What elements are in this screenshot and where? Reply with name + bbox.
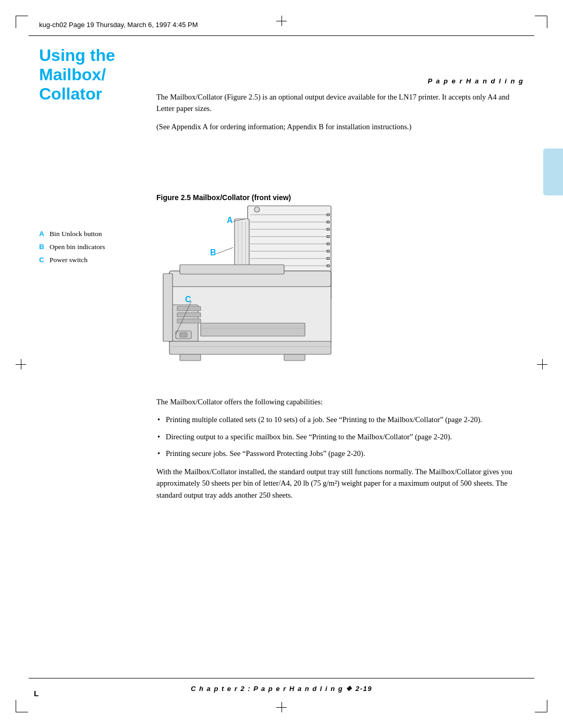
label-letter-b: B bbox=[39, 242, 50, 252]
svg-rect-34 bbox=[177, 313, 201, 317]
label-item-b: B Open bin indicators bbox=[39, 242, 143, 252]
corner-mark-tl bbox=[16, 16, 28, 28]
svg-rect-29 bbox=[180, 265, 284, 274]
capabilities-closing: With the Mailbox/Collator installed, the… bbox=[156, 466, 524, 501]
corner-mark-bl bbox=[16, 700, 28, 712]
figure-caption: Figure 2.5 Mailbox/Collator (front view) bbox=[156, 193, 291, 202]
svg-rect-37 bbox=[180, 332, 187, 337]
center-mark-right bbox=[537, 359, 547, 369]
svg-point-22 bbox=[254, 207, 260, 212]
label-text-c: Power switch bbox=[50, 255, 88, 265]
page-title: Using the Mailbox/ Collator bbox=[39, 46, 151, 103]
footer-text: C h a p t e r 2 : P a p e r H a n d l i … bbox=[0, 685, 563, 693]
bullet-item-1: Directing output to a specific mailbox b… bbox=[166, 431, 524, 442]
center-mark-top bbox=[276, 16, 287, 26]
labels-list: A Bin Unlock button B Open bin indicator… bbox=[39, 229, 143, 268]
svg-rect-42 bbox=[284, 354, 305, 361]
section-header: P a p e r H a n d l i n g bbox=[427, 77, 524, 85]
svg-rect-13 bbox=[327, 214, 329, 216]
svg-line-47 bbox=[216, 248, 233, 254]
label-item-a: A Bin Unlock button bbox=[39, 229, 143, 239]
label-text-b: Open bin indicators bbox=[50, 242, 105, 252]
svg-rect-18 bbox=[327, 250, 329, 252]
svg-rect-19 bbox=[327, 257, 329, 260]
title-line3: Collator bbox=[39, 84, 151, 104]
corner-mark-tr bbox=[535, 16, 547, 28]
header-text: kug-ch02 Page 19 Thursday, March 6, 1997… bbox=[39, 21, 198, 29]
svg-rect-38 bbox=[163, 274, 173, 341]
footer-line bbox=[29, 678, 534, 678]
svg-rect-16 bbox=[327, 236, 329, 238]
label-text-a: Bin Unlock button bbox=[50, 229, 102, 239]
left-column: Using the Mailbox/ Collator bbox=[39, 46, 151, 108]
bullet-item-0: Printing multiple collated sets (2 to 10… bbox=[166, 414, 524, 425]
intro-para1: The Mailbox/Collator (Figure 2.5) is an … bbox=[156, 91, 524, 115]
svg-rect-41 bbox=[180, 354, 201, 361]
figure-illustration: A B C bbox=[154, 203, 352, 370]
label-item-c: C Power switch bbox=[39, 255, 143, 265]
svg-rect-35 bbox=[177, 319, 201, 323]
svg-text:A: A bbox=[227, 216, 233, 225]
title-line1: Using the bbox=[39, 46, 151, 65]
svg-rect-15 bbox=[327, 228, 329, 230]
center-mark-left bbox=[16, 359, 26, 369]
svg-text:C: C bbox=[185, 295, 191, 304]
capabilities-intro: The Mailbox/Collator offers the followin… bbox=[156, 396, 524, 408]
svg-rect-33 bbox=[177, 306, 201, 311]
svg-rect-17 bbox=[327, 243, 329, 245]
bullet-item-2: Printing secure jobs. See “Password Prot… bbox=[166, 448, 524, 459]
bullet-list: Printing multiple collated sets (2 to 10… bbox=[166, 414, 524, 459]
header-line bbox=[29, 35, 534, 36]
svg-text:B: B bbox=[210, 248, 216, 257]
svg-rect-39 bbox=[169, 341, 331, 354]
main-content: The Mailbox/Collator (Figure 2.5) is an … bbox=[156, 91, 524, 139]
corner-mark-br bbox=[535, 700, 547, 712]
svg-rect-14 bbox=[327, 221, 329, 223]
label-letter-a: A bbox=[39, 229, 50, 239]
l-mark: L bbox=[34, 689, 39, 698]
label-letter-c: C bbox=[39, 255, 50, 265]
title-line2: Mailbox/ bbox=[39, 65, 151, 84]
svg-rect-20 bbox=[327, 265, 329, 267]
intro-para2: (See Appendix A for ordering information… bbox=[156, 121, 524, 132]
center-mark-bottom bbox=[276, 702, 287, 712]
bottom-content: The Mailbox/Collator offers the followin… bbox=[156, 396, 524, 507]
svg-rect-31 bbox=[201, 323, 305, 336]
right-tab bbox=[543, 149, 563, 195]
